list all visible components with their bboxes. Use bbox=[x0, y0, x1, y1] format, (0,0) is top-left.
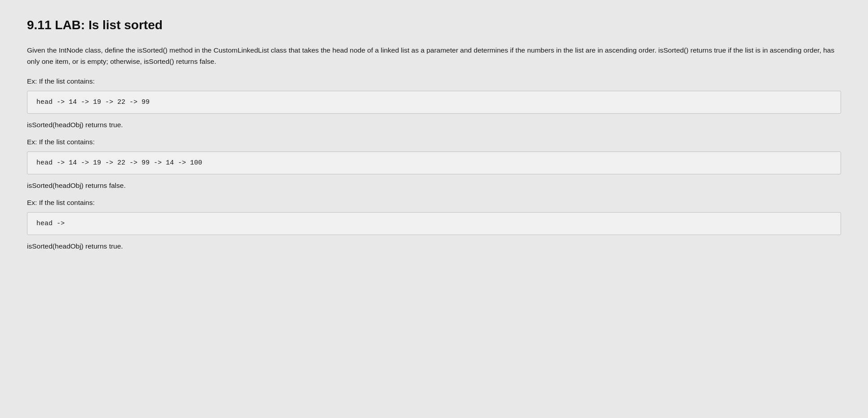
description-text: Given the IntNode class, define the isSo… bbox=[27, 45, 836, 67]
result-text-1: isSorted(headObj) returns false. bbox=[27, 182, 841, 190]
result-text-2: isSorted(headObj) returns true. bbox=[27, 242, 841, 250]
ex-label-0: Ex: If the list contains: bbox=[27, 77, 841, 85]
code-block-1: head -> 14 -> 19 -> 22 -> 99 -> 14 -> 10… bbox=[27, 151, 841, 174]
ex-label-1: Ex: If the list contains: bbox=[27, 138, 841, 146]
examples-container: Ex: If the list contains:head -> 14 -> 1… bbox=[27, 77, 841, 250]
ex-label-2: Ex: If the list contains: bbox=[27, 199, 841, 207]
code-block-0: head -> 14 -> 19 -> 22 -> 99 bbox=[27, 91, 841, 114]
page-title: 9.11 LAB: Is list sorted bbox=[27, 18, 841, 32]
result-text-0: isSorted(headObj) returns true. bbox=[27, 121, 841, 129]
code-block-2: head -> bbox=[27, 212, 841, 235]
